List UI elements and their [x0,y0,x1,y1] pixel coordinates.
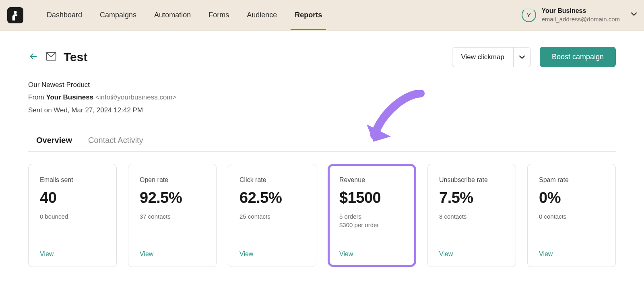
card-view-link[interactable]: View [339,242,405,258]
chevron-down-icon [631,11,637,19]
card-subtext: 0 contacts [539,212,604,221]
card-label: Revenue [339,176,405,184]
tab-contact-activity[interactable]: Contact Activity [88,136,143,151]
card-label: Spam rate [539,176,604,184]
view-clickmap-button[interactable]: View clickmap [452,48,513,67]
account-name: Your Business [542,7,620,15]
logo-icon [11,10,20,21]
account-text: Your Business email_address@domain.com [542,7,620,23]
view-clickmap-group: View clickmap [452,47,531,67]
nav-reports[interactable]: Reports [295,0,322,30]
card-value: $1500 [339,189,405,207]
campaign-meta: Our Newest Product From Your Business <i… [28,79,616,116]
card-label: Emails sent [40,176,105,184]
card-view-link[interactable]: View [539,242,604,258]
card-subtext: 0 bounced [40,212,105,221]
avatar: Y [522,8,536,22]
card-view-link[interactable]: View [40,242,105,258]
main-nav: Dashboard Campaigns Automation Forms Aud… [47,0,322,30]
nav-forms[interactable]: Forms [208,0,229,30]
campaign-from: From Your Business <info@yourbusiness.co… [28,91,616,103]
nav-dashboard[interactable]: Dashboard [47,0,82,30]
card-unsubscribe-rate: Unsubscribe rate 7.5% 3 contacts View [427,164,516,267]
card-subtext-2: $300 per order [339,221,405,229]
card-view-link[interactable]: View [239,242,305,258]
nav-campaigns[interactable]: Campaigns [100,0,136,30]
from-prefix: From [28,93,46,101]
tab-overview[interactable]: Overview [36,136,72,151]
from-name: Your Business [46,93,93,101]
card-label: Unsubscribe rate [439,176,504,184]
card-revenue: Revenue $1500 5 orders $300 per order Vi… [328,164,416,267]
page-content: Test View clickmap Boost campaign Our Ne… [0,31,644,267]
back-arrow-icon[interactable] [28,52,39,62]
card-open-rate: Open rate 92.5% 37 contacts View [128,164,217,267]
card-subtext: 3 contacts [439,212,504,221]
title-row: Test View clickmap Boost campaign [28,47,616,67]
metric-cards: Emails sent 40 0 bounced View Open rate … [28,164,616,267]
card-emails-sent: Emails sent 40 0 bounced View [28,164,117,267]
page-title: Test [64,50,87,64]
card-spam-rate: Spam rate 0% 0 contacts View [527,164,616,267]
campaign-sent-time: Sent on Wed, Mar 27, 2024 12:42 PM [28,104,616,116]
card-value: 62.5% [239,189,305,207]
svg-point-0 [14,11,17,14]
account-email: email_address@domain.com [542,15,620,23]
campaign-subject: Our Newest Product [28,79,616,91]
nav-audience[interactable]: Audience [247,0,277,30]
card-view-link[interactable]: View [439,242,504,258]
card-value: 7.5% [439,189,504,207]
mail-icon [46,52,56,62]
card-label: Click rate [239,176,305,184]
card-click-rate: Click rate 62.5% 25 contacts View [228,164,316,267]
card-subtext: 25 contacts [239,212,305,221]
card-value: 92.5% [140,189,205,207]
card-subtext: 37 contacts [140,212,205,221]
nav-automation[interactable]: Automation [154,0,191,30]
card-label: Open rate [140,176,205,184]
from-email: <info@yourbusiness.com> [95,93,177,101]
topbar: Dashboard Campaigns Automation Forms Aud… [0,0,644,31]
card-value: 0% [539,189,604,207]
view-clickmap-dropdown[interactable] [513,48,530,67]
boost-campaign-button[interactable]: Boost campaign [540,47,616,67]
account-menu[interactable]: Y Your Business email_address@domain.com [522,7,637,23]
card-subtext-1: 5 orders [339,212,405,221]
card-value: 40 [40,189,105,207]
card-view-link[interactable]: View [140,242,205,258]
report-tabs: Overview Contact Activity [28,136,616,152]
app-logo[interactable] [7,7,23,23]
